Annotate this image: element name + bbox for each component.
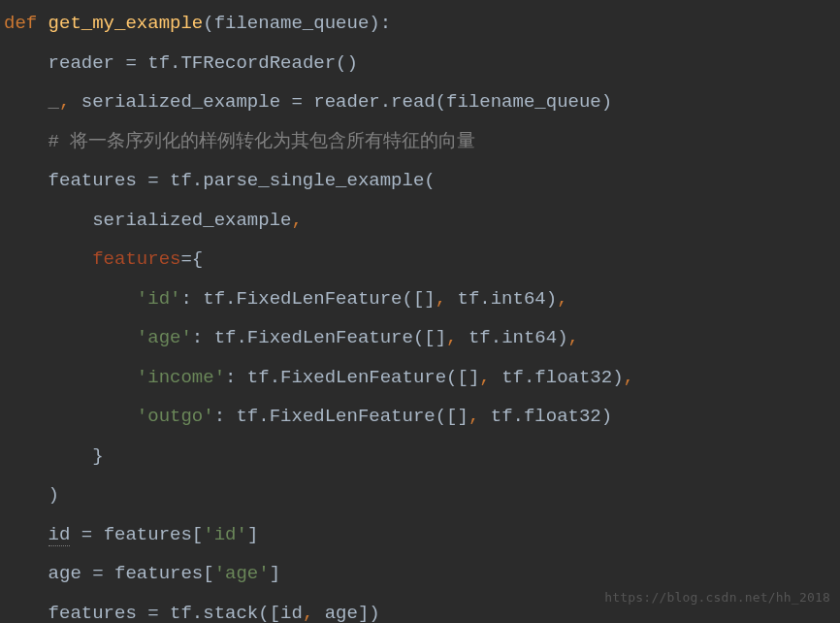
space [313, 603, 324, 624]
paren-open: ( [402, 288, 412, 310]
space [446, 288, 457, 310]
equals: = [291, 91, 313, 113]
argument: serialized_example [92, 210, 291, 231]
indent [4, 91, 48, 113]
comma: , [291, 210, 302, 231]
equals: = [147, 170, 170, 191]
paren-close: ) [369, 603, 379, 624]
type-ref: tf.int64 [468, 327, 557, 348]
code-line: 'age': tf.FixedLenFeature([], tf.int64), [4, 318, 840, 358]
colon: : [192, 327, 214, 348]
type-ref: tf.float32 [501, 367, 612, 388]
brackets: [] [446, 406, 468, 427]
type-ref: tf.int64 [458, 288, 546, 310]
comma: , [468, 406, 479, 427]
argument: filename_queue [446, 91, 601, 113]
identifier: features [114, 563, 203, 584]
paren-close: ) [48, 484, 59, 506]
indent [4, 52, 48, 74]
comma: , [624, 367, 634, 388]
call: tf.TFRecordReader [147, 52, 336, 74]
call: tf.FixedLenFeature [214, 327, 413, 348]
paren-open: ( [424, 170, 435, 191]
arg: age [325, 603, 358, 624]
colon: : [214, 406, 237, 427]
bracket-close: ] [247, 524, 258, 545]
equals: = [125, 52, 147, 74]
brace-open: { [192, 248, 203, 270]
brackets: [] [424, 327, 446, 348]
underscore: _ [48, 91, 59, 113]
indent [4, 406, 137, 427]
code-line: # 将一条序列化的样例转化为其包含所有特征的向量 [4, 122, 840, 162]
variable: serialized_example [81, 91, 292, 113]
code-line: ) [4, 475, 840, 515]
variable: features [48, 603, 148, 624]
parameter: filename_queue [214, 13, 370, 34]
indent [4, 484, 48, 506]
comment-text: 将一条序列化的样例转化为其包含所有特征的向量 [70, 131, 475, 152]
call: reader.read [313, 91, 435, 113]
code-line: reader = tf.TFRecordReader() [4, 44, 840, 83]
brace-close: } [92, 445, 103, 467]
function-name: get_my_example [48, 13, 204, 34]
def-keyword: def [4, 13, 48, 34]
watermark-text: https://blog.csdn.net/hh_2018 [604, 578, 830, 618]
comma: , [479, 367, 490, 388]
code-line: def get_my_example(filename_queue): [4, 4, 840, 44]
comma: , [303, 603, 313, 624]
equals: = [92, 563, 114, 584]
colon: : [180, 288, 203, 310]
arg: id [280, 603, 303, 624]
space [458, 327, 468, 348]
paren-close: ): [369, 13, 391, 34]
variable: age [48, 563, 93, 584]
code-line: features={ [4, 240, 840, 279]
call: tf.FixedLenFeature [236, 406, 435, 427]
equals: = [81, 524, 104, 545]
paren-close: ) [601, 406, 612, 427]
code-line: serialized_example, [4, 201, 840, 241]
bracket-close: ] [358, 603, 369, 624]
variable: reader [48, 52, 126, 74]
paren-close: ) [546, 288, 557, 310]
equals: = [180, 248, 191, 270]
variable: features [48, 170, 148, 191]
dict-key: 'outgo' [137, 406, 214, 427]
bracket-open: [ [192, 524, 203, 545]
indent [4, 367, 137, 388]
equals: = [147, 603, 170, 624]
indent [4, 327, 137, 348]
parens: () [336, 52, 358, 74]
kwarg-name: features [92, 248, 180, 270]
indent [4, 288, 137, 310]
string-key: 'age' [214, 563, 270, 584]
paren-open: ( [413, 327, 424, 348]
bracket-close: ] [270, 563, 280, 584]
dict-key: 'income' [137, 367, 225, 388]
paren-open: ( [258, 603, 269, 624]
space [70, 91, 81, 113]
code-editor[interactable]: def get_my_example(filename_queue): read… [4, 4, 840, 623]
indent [4, 524, 48, 545]
paren-close: ) [601, 91, 612, 113]
call: tf.stack [170, 603, 258, 624]
paren-open: ( [436, 406, 446, 427]
indent [4, 210, 92, 231]
comma: , [436, 288, 446, 310]
indent [4, 603, 48, 624]
call: tf.FixedLenFeature [247, 367, 446, 388]
comment-hash: # [48, 131, 71, 152]
paren-open: ( [446, 367, 457, 388]
call: tf.parse_single_example [170, 170, 424, 191]
variable: id [48, 524, 71, 546]
identifier: features [104, 524, 192, 545]
code-line: 'outgo': tf.FixedLenFeature([], tf.float… [4, 397, 840, 437]
paren-close: ) [557, 327, 567, 348]
code-line: id = features['id'] [4, 515, 840, 555]
space [491, 367, 501, 388]
code-line: 'id': tf.FixedLenFeature([], tf.int64), [4, 279, 840, 319]
string-key: 'id' [203, 524, 247, 545]
paren-open: ( [203, 13, 213, 34]
code-line: 'income': tf.FixedLenFeature([], tf.floa… [4, 358, 840, 398]
